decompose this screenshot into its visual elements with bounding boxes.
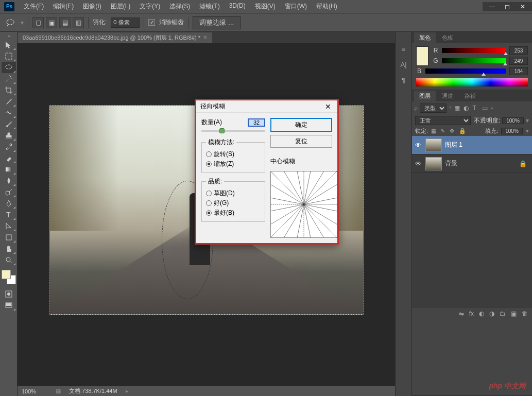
toolbox-handle[interactable] xyxy=(0,34,17,38)
menu-select[interactable]: 选择(S) xyxy=(165,0,194,13)
tab-layers[interactable]: 图层 xyxy=(414,91,436,101)
g-slider[interactable] xyxy=(442,58,506,63)
screen-mode-icon[interactable] xyxy=(2,300,16,311)
character-icon[interactable]: A| xyxy=(399,60,409,69)
tab-swatches[interactable]: 色板 xyxy=(437,32,458,43)
tab-close-icon[interactable]: × xyxy=(203,34,207,41)
ok-button[interactable]: 确定 xyxy=(270,118,332,132)
tab-channels[interactable]: 通道 xyxy=(437,91,458,101)
marquee-tool-icon[interactable] xyxy=(2,50,16,62)
antialias-checkbox[interactable] xyxy=(148,19,155,26)
blend-mode-select[interactable]: 正常 xyxy=(415,116,471,125)
filter-pixel-icon[interactable]: ▦ xyxy=(454,105,461,112)
layer-filter-select[interactable]: 类型 xyxy=(420,104,447,113)
lasso-tool-icon[interactable] xyxy=(4,16,16,29)
type-tool-icon[interactable]: T xyxy=(2,209,16,220)
menu-view[interactable]: 视图(V) xyxy=(251,0,280,13)
visibility-icon[interactable]: 👁 xyxy=(414,142,422,149)
fill-input[interactable] xyxy=(501,128,523,134)
blur-tool-icon[interactable] xyxy=(2,175,16,186)
brush-tool-icon[interactable] xyxy=(2,118,16,130)
reset-button[interactable]: 复位 xyxy=(270,135,332,148)
layer-row[interactable]: 👁 图层 1 xyxy=(412,136,532,154)
pen-tool-icon[interactable] xyxy=(2,198,16,209)
blur-center-preview[interactable] xyxy=(270,171,337,238)
r-input[interactable] xyxy=(509,46,528,55)
layer-name[interactable]: 背景 xyxy=(445,159,457,168)
lasso-tool-icon[interactable] xyxy=(2,62,16,73)
menu-type[interactable]: 文字(Y) xyxy=(135,0,164,13)
dodge-tool-icon[interactable] xyxy=(2,186,16,198)
method-spin-radio[interactable] xyxy=(206,151,212,157)
layer-name[interactable]: 图层 1 xyxy=(445,141,462,149)
maximize-button[interactable]: ◻ xyxy=(500,2,514,11)
eraser-tool-icon[interactable] xyxy=(2,152,16,164)
quality-good-radio[interactable] xyxy=(206,200,212,206)
quality-best-radio[interactable] xyxy=(206,210,212,216)
zoom-tool-icon[interactable] xyxy=(2,254,16,266)
g-input[interactable] xyxy=(509,57,528,65)
close-button[interactable]: ✕ xyxy=(516,2,530,11)
r-slider[interactable] xyxy=(442,48,506,53)
healing-tool-icon[interactable] xyxy=(2,107,16,118)
menu-layer[interactable]: 图层(L) xyxy=(107,0,135,13)
new-layer-icon[interactable]: ▣ xyxy=(511,310,517,317)
lock-all-icon[interactable]: 🔒 xyxy=(459,128,466,135)
quality-draft-radio[interactable] xyxy=(206,191,212,196)
menu-image[interactable]: 图像(I) xyxy=(79,0,105,13)
refine-edge-button[interactable]: 调整边缘 ... xyxy=(193,16,241,29)
path-selection-tool-icon[interactable] xyxy=(2,220,16,232)
visibility-icon[interactable]: 👁 xyxy=(414,160,422,167)
gradient-tool-icon[interactable] xyxy=(2,164,16,175)
eyedropper-tool-icon[interactable] xyxy=(2,96,16,107)
menu-file[interactable]: 文件(F) xyxy=(20,0,48,13)
selection-subtract-icon[interactable]: ▤ xyxy=(59,17,71,28)
selection-new-icon[interactable]: ▢ xyxy=(32,17,44,28)
quick-mask-icon[interactable] xyxy=(2,288,16,300)
document-tab[interactable]: 03aa69910be86b16cedc9d8a04238bc.jpg @ 10… xyxy=(18,32,212,43)
lock-position-icon[interactable]: ✥ xyxy=(450,128,457,135)
method-zoom-radio[interactable] xyxy=(206,161,212,167)
zoom-display[interactable]: 100% xyxy=(22,388,47,394)
amount-slider[interactable] xyxy=(201,130,265,132)
layer-thumbnail[interactable] xyxy=(425,157,442,170)
selection-add-icon[interactable]: ▣ xyxy=(46,17,57,28)
filter-smart-icon[interactable]: ▫ xyxy=(491,105,499,112)
dialog-close-icon[interactable]: ✕ xyxy=(323,101,333,112)
link-layers-icon[interactable]: ⇋ xyxy=(459,310,464,317)
stamp-tool-icon[interactable] xyxy=(2,130,16,141)
menu-edit[interactable]: 编辑(E) xyxy=(49,0,78,13)
hand-tool-icon[interactable] xyxy=(2,243,16,254)
shape-tool-icon[interactable] xyxy=(2,232,16,243)
lock-transparent-icon[interactable]: ▦ xyxy=(431,128,438,135)
magic-wand-tool-icon[interactable] xyxy=(2,73,16,84)
move-tool-icon[interactable] xyxy=(2,39,16,50)
menu-filter[interactable]: 滤镜(T) xyxy=(195,0,224,13)
color-preview-swatch[interactable] xyxy=(416,46,428,66)
menu-help[interactable]: 帮助(H) xyxy=(312,0,341,13)
filter-type-icon[interactable]: T xyxy=(473,105,480,112)
opacity-input[interactable] xyxy=(502,117,524,124)
selection-intersect-icon[interactable]: ▥ xyxy=(73,17,84,28)
layer-fx-icon[interactable]: fx xyxy=(469,310,474,317)
feather-input[interactable] xyxy=(111,18,140,28)
b-slider[interactable] xyxy=(425,68,506,74)
color-spectrum[interactable] xyxy=(416,78,528,87)
delete-layer-icon[interactable]: 🗑 xyxy=(522,310,528,317)
filter-shape-icon[interactable]: ▭ xyxy=(482,105,489,112)
layer-group-icon[interactable]: 🗀 xyxy=(500,310,506,317)
minimize-button[interactable]: — xyxy=(485,2,499,11)
menu-3d[interactable]: 3D(D) xyxy=(225,0,250,13)
b-input[interactable] xyxy=(509,67,528,75)
history-icon[interactable]: ≡ xyxy=(399,44,409,54)
menu-window[interactable]: 窗口(W) xyxy=(281,0,311,13)
layer-row[interactable]: 👁 背景 🔒 xyxy=(412,154,532,173)
layer-thumbnail[interactable] xyxy=(425,139,442,152)
filter-adjust-icon[interactable]: ◐ xyxy=(464,105,471,112)
adjustment-layer-icon[interactable]: ◑ xyxy=(489,310,494,317)
doc-info-icon[interactable]: ▦ xyxy=(56,388,61,394)
paragraph-icon[interactable]: ¶ xyxy=(399,75,409,84)
amount-input[interactable] xyxy=(248,118,265,127)
crop-tool-icon[interactable] xyxy=(2,84,16,96)
history-brush-tool-icon[interactable] xyxy=(2,141,16,152)
